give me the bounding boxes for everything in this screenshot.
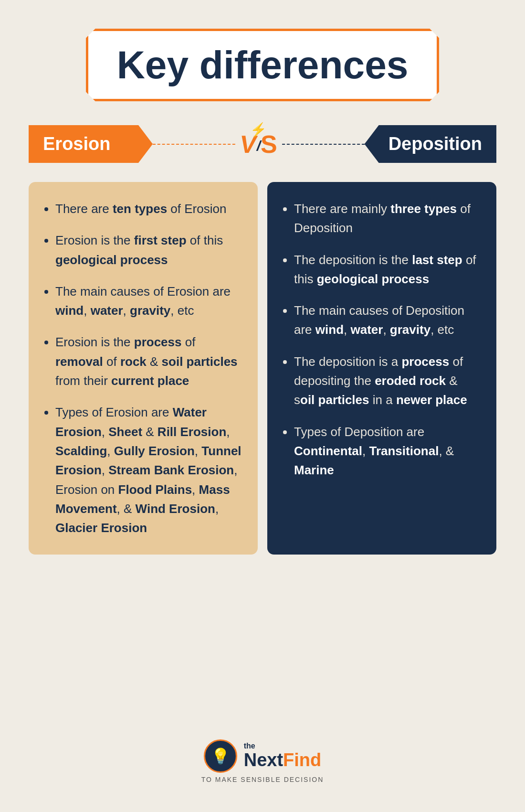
- footer: 💡 the NextFind TO MAKE SENSIBLE DECISION: [201, 730, 324, 783]
- content-row: There are ten types of ErosionErosion is…: [29, 182, 496, 555]
- deposition-list: There are mainly three types of Depositi…: [283, 199, 481, 480]
- list-item: Erosion is the first step of this geolog…: [55, 231, 242, 269]
- list-item: The deposition is a process of depositin…: [294, 352, 481, 410]
- vs-row: Erosion V/S ⚡ Deposition: [29, 125, 496, 163]
- page-title: Key differences: [117, 45, 409, 85]
- logo-tagline: TO MAKE SENSIBLE DECISION: [201, 776, 324, 783]
- logo-find: Find: [283, 750, 321, 770]
- title-box: Key differences: [86, 29, 440, 101]
- logo-text: the NextFind: [244, 742, 322, 770]
- deposition-box: There are mainly three types of Depositi…: [267, 182, 496, 555]
- erosion-box: There are ten types of ErosionErosion is…: [29, 182, 258, 555]
- list-item: The main causes of Deposition are wind, …: [294, 301, 481, 340]
- logo-next: Next: [244, 750, 283, 770]
- list-item: Types of Deposition are Continental, Tra…: [294, 422, 481, 480]
- list-item: Types of Erosion are Water Erosion, Shee…: [55, 403, 242, 537]
- list-item: Erosion is the process of removal of roc…: [55, 332, 242, 390]
- vs-middle: V/S ⚡: [153, 125, 365, 163]
- list-item: There are mainly three types of Depositi…: [294, 199, 481, 238]
- title-section: Key differences: [29, 29, 496, 101]
- logo-circle: 💡: [204, 739, 237, 773]
- vs-badge: V/S ⚡: [235, 132, 282, 157]
- deposition-label: Deposition: [365, 125, 496, 163]
- erosion-label: Erosion: [29, 125, 153, 163]
- logo-area: 💡 the NextFind: [204, 739, 322, 773]
- list-item: The deposition is the last step of this …: [294, 250, 481, 289]
- list-item: There are ten types of Erosion: [55, 199, 242, 218]
- bulb-icon: 💡: [211, 747, 230, 765]
- list-item: The main causes of Erosion are wind, wat…: [55, 282, 242, 321]
- erosion-list: There are ten types of ErosionErosion is…: [44, 199, 242, 537]
- logo-the: the: [244, 742, 322, 750]
